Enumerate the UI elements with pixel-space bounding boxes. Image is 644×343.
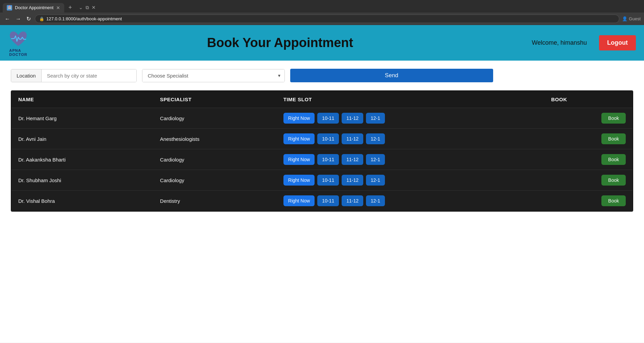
- book-button[interactable]: Book: [601, 154, 626, 165]
- window-close-button[interactable]: ✕: [92, 5, 96, 10]
- book-cell: Book: [545, 170, 632, 191]
- doctor-table: NAME SPECIALIST TIME SLOT BOOK Dr. Heman…: [12, 91, 632, 211]
- time-slot-10-11[interactable]: 10-11: [317, 195, 339, 206]
- time-slot-12-1[interactable]: 12-1: [366, 175, 385, 186]
- table-row: Dr. Shubham Joshi Cardiology Right Now 1…: [12, 170, 632, 191]
- time-slot-11-12[interactable]: 11-12: [342, 195, 363, 206]
- doctor-name: Dr. Avni Jain: [12, 129, 153, 149]
- doctor-specialist: Anesthesiologists: [153, 129, 277, 149]
- time-slots-group: Right Now 10-11 11-12 12-1: [283, 175, 538, 186]
- window-minimize-button[interactable]: ⌄: [79, 5, 83, 10]
- window-controls: ⌄ ⧉ ✕: [79, 5, 96, 10]
- table-row: Dr. Avni Jain Anesthesiologists Right No…: [12, 129, 632, 149]
- time-slot-11-12[interactable]: 11-12: [342, 133, 363, 144]
- table-row: Dr. Hemant Garg Cardiology Right Now 10-…: [12, 108, 632, 129]
- time-slot-10-11[interactable]: 10-11: [317, 175, 339, 186]
- logo-text: APNADOCTOR: [9, 48, 27, 57]
- doctor-specialist: Cardiology: [153, 149, 277, 170]
- location-label: Location: [11, 69, 42, 82]
- book-cell: Book: [545, 108, 632, 129]
- time-slots-group: Right Now 10-11 11-12 12-1: [283, 154, 538, 165]
- time-slot-10-11[interactable]: 10-11: [317, 113, 339, 124]
- col-header-specialist: SPECIALIST: [153, 91, 277, 108]
- user-label: Guest: [629, 16, 641, 21]
- doctor-specialist: Cardiology: [153, 170, 277, 191]
- nav-reload-button[interactable]: ↻: [25, 15, 32, 23]
- app-wrapper: APNADOCTOR Book Your Appointment Welcome…: [0, 25, 644, 343]
- browser-tab-active[interactable]: 🏥 Doctor Appointment ✕: [3, 3, 64, 13]
- time-slot-12-1[interactable]: 12-1: [366, 133, 385, 144]
- address-bar[interactable]: 🔒 127.0.0.1:8000/auth/book-appointment: [35, 15, 619, 23]
- logout-button[interactable]: Logout: [599, 35, 636, 50]
- tab-title: Doctor Appointment: [15, 5, 53, 10]
- time-slot-11-12[interactable]: 11-12: [342, 113, 363, 124]
- time-slot-cell: Right Now 10-11 11-12 12-1: [277, 108, 545, 129]
- nav-forward-button[interactable]: →: [14, 15, 22, 23]
- send-button[interactable]: Send: [290, 69, 493, 82]
- time-slots-group: Right Now 10-11 11-12 12-1: [283, 113, 538, 124]
- table-header: NAME SPECIALIST TIME SLOT BOOK: [12, 91, 632, 108]
- time-slot-right-now[interactable]: Right Now: [283, 195, 315, 206]
- time-slot-10-11[interactable]: 10-11: [317, 154, 339, 165]
- doctor-name: Dr. Hemant Garg: [12, 108, 153, 129]
- time-slot-10-11[interactable]: 10-11: [317, 133, 339, 144]
- doctor-name: Dr. Aakanksha Bharti: [12, 149, 153, 170]
- book-button[interactable]: Book: [601, 195, 626, 206]
- book-cell: Book: [545, 149, 632, 170]
- time-slot-cell: Right Now 10-11 11-12 12-1: [277, 191, 545, 211]
- browser-chrome: 🏥 Doctor Appointment ✕ + ⌄ ⧉ ✕ ← → ↻ 🔒 1…: [0, 0, 644, 25]
- col-header-timeslot: TIME SLOT: [277, 91, 545, 108]
- time-slot-12-1[interactable]: 12-1: [366, 154, 385, 165]
- time-slot-11-12[interactable]: 11-12: [342, 154, 363, 165]
- table-row: Dr. Aakanksha Bharti Cardiology Right No…: [12, 149, 632, 170]
- time-slot-right-now[interactable]: Right Now: [283, 154, 315, 165]
- book-button[interactable]: Book: [601, 133, 626, 144]
- col-header-book: BOOK: [545, 91, 632, 108]
- time-slot-cell: Right Now 10-11 11-12 12-1: [277, 129, 545, 149]
- specialist-select[interactable]: Choose Specialist Cardiology Anesthesiol…: [142, 69, 284, 82]
- time-slot-12-1[interactable]: 12-1: [366, 113, 385, 124]
- tab-close-button[interactable]: ✕: [56, 5, 60, 10]
- doctor-table-container: NAME SPECIALIST TIME SLOT BOOK Dr. Heman…: [11, 90, 633, 212]
- location-group: Location: [11, 69, 137, 82]
- browser-user-account[interactable]: 👤 Guest: [622, 16, 641, 21]
- book-cell: Book: [545, 191, 632, 211]
- col-header-name: NAME: [12, 91, 153, 108]
- page-title: Book Your Appointment: [35, 36, 525, 50]
- browser-tab-bar: 🏥 Doctor Appointment ✕ + ⌄ ⧉ ✕: [0, 0, 644, 13]
- time-slot-cell: Right Now 10-11 11-12 12-1: [277, 149, 545, 170]
- time-slot-right-now[interactable]: Right Now: [283, 175, 315, 186]
- time-slot-right-now[interactable]: Right Now: [283, 133, 315, 144]
- nav-back-button[interactable]: ←: [3, 15, 12, 23]
- url-text: 127.0.0.1:8000/auth/book-appointment: [46, 16, 122, 21]
- specialist-select-wrapper: Choose Specialist Cardiology Anesthesiol…: [142, 69, 285, 82]
- book-button[interactable]: Book: [601, 113, 626, 124]
- user-avatar-icon: 👤: [622, 16, 627, 21]
- search-bar: Location Choose Specialist Cardiology An…: [0, 61, 644, 90]
- time-slots-group: Right Now 10-11 11-12 12-1: [283, 133, 538, 144]
- browser-nav-bar: ← → ↻ 🔒 127.0.0.1:8000/auth/book-appoint…: [0, 13, 644, 25]
- logo-heart-icon: [8, 29, 28, 48]
- time-slot-right-now[interactable]: Right Now: [283, 113, 315, 124]
- location-input[interactable]: [42, 69, 136, 82]
- book-button[interactable]: Book: [601, 175, 626, 186]
- lock-icon: 🔒: [39, 17, 44, 21]
- book-cell: Book: [545, 129, 632, 149]
- table-body: Dr. Hemant Garg Cardiology Right Now 10-…: [12, 108, 632, 211]
- time-slot-cell: Right Now 10-11 11-12 12-1: [277, 170, 545, 191]
- time-slots-group: Right Now 10-11 11-12 12-1: [283, 195, 538, 206]
- window-restore-button[interactable]: ⧉: [86, 5, 89, 10]
- table-header-row: NAME SPECIALIST TIME SLOT BOOK: [12, 91, 632, 108]
- new-tab-button[interactable]: +: [66, 3, 75, 13]
- doctor-name: Dr. Vishal Bohra: [12, 191, 153, 211]
- logo-area: APNADOCTOR: [8, 29, 28, 57]
- time-slot-12-1[interactable]: 12-1: [366, 195, 385, 206]
- welcome-message: Welcome, himanshu: [532, 39, 587, 46]
- doctor-specialist: Cardiology: [153, 108, 277, 129]
- time-slot-11-12[interactable]: 11-12: [342, 175, 363, 186]
- app-header: APNADOCTOR Book Your Appointment Welcome…: [0, 25, 644, 61]
- doctor-specialist: Dentistry: [153, 191, 277, 211]
- doctor-name: Dr. Shubham Joshi: [12, 170, 153, 191]
- tab-favicon: 🏥: [7, 5, 12, 10]
- table-row: Dr. Vishal Bohra Dentistry Right Now 10-…: [12, 191, 632, 211]
